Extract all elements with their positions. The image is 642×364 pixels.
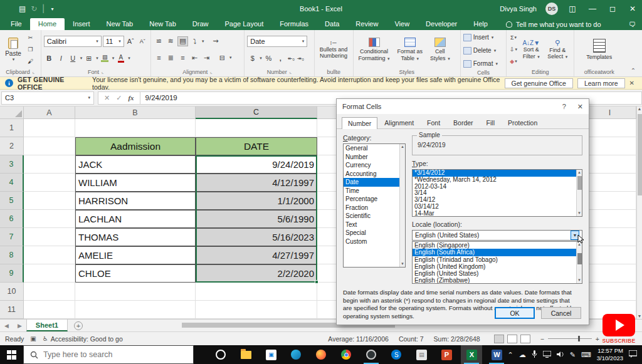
macro-record-icon[interactable]: ▣	[30, 335, 36, 342]
font-color-icon[interactable]: A	[115, 53, 126, 63]
zoom-slider[interactable]: −+	[540, 335, 599, 343]
dialog-tab-alignment[interactable]: Alignment	[378, 117, 420, 128]
locale-select[interactable]: English (United States) ▼	[412, 230, 582, 241]
cell-B6[interactable]: LACHLAN	[75, 210, 196, 228]
col-header-A[interactable]: A	[24, 107, 75, 119]
decrease-indent-icon[interactable]: ⇤	[189, 53, 200, 63]
delete-cells-button[interactable]: Delete▾	[463, 45, 504, 56]
grow-font-icon[interactable]: Aˆ	[125, 36, 136, 46]
locale-option[interactable]: English (Singapore)	[413, 242, 576, 249]
close-button[interactable]: ✕	[627, 4, 638, 13]
category-item[interactable]: Time	[344, 187, 399, 195]
cell-A10[interactable]	[24, 283, 75, 301]
cell-I4[interactable]	[584, 174, 636, 192]
find-select-button[interactable]: ⚲ Find &Select ▾	[545, 32, 570, 67]
locale-option[interactable]: English (Zimbabwe)	[413, 277, 576, 284]
cell-C11[interactable]	[196, 301, 317, 319]
increase-decimal-icon[interactable]: ↞₀	[287, 53, 295, 63]
collapse-ribbon-icon[interactable]: ⌃	[624, 67, 642, 76]
category-item[interactable]: Currency	[344, 161, 399, 170]
sheet-nav-left-icon[interactable]: ◀	[0, 323, 13, 329]
maximize-button[interactable]: ◻	[607, 4, 618, 13]
category-item[interactable]: Date	[344, 178, 399, 187]
cancel-entry-icon[interactable]: ✕	[104, 94, 110, 102]
cell-A7[interactable]	[24, 228, 75, 246]
onedrive-icon[interactable]: ☁	[519, 351, 526, 359]
locale-option[interactable]: English (South Africa)	[413, 249, 576, 256]
redo-icon[interactable]: ↻	[31, 4, 37, 13]
cell-A9[interactable]	[24, 264, 75, 283]
font-name-select[interactable]: Calibri▾	[44, 36, 102, 47]
notepad-icon[interactable]: ▤	[411, 345, 432, 364]
ribbon-tab-insert[interactable]: Insert	[65, 18, 98, 30]
align-left-icon[interactable]: ≡	[154, 53, 164, 63]
taskbar-search[interactable]	[23, 345, 194, 364]
align-center-icon[interactable]: ≣	[166, 53, 176, 63]
speaker-icon[interactable]	[557, 351, 564, 359]
format-painter-icon[interactable]: 🖌	[26, 56, 34, 66]
cell-I10[interactable]	[584, 283, 636, 301]
dialog-tab-font[interactable]: Font	[421, 117, 446, 128]
cell-C3[interactable]: 9/24/2019	[196, 155, 317, 174]
row-header-3[interactable]: 3	[0, 155, 24, 174]
learn-more-button[interactable]: Learn more	[577, 78, 625, 88]
format-cells-button[interactable]: Format▾	[463, 58, 504, 69]
cell-A8[interactable]	[24, 246, 75, 264]
qat-customize-icon[interactable]: ▾	[51, 6, 53, 12]
cell-B7[interactable]: THOMAS	[75, 228, 196, 246]
bold-button[interactable]: B	[44, 53, 55, 63]
page-layout-view-icon[interactable]	[507, 335, 517, 343]
type-item[interactable]: 3/14	[413, 190, 576, 197]
file-explorer-icon[interactable]	[235, 345, 256, 364]
excel-icon[interactable]: X	[461, 345, 482, 364]
category-item[interactable]: Text	[344, 221, 399, 229]
locale-option[interactable]: English (Trinidad and Tobago)	[413, 256, 576, 263]
autosum-icon[interactable]: Σ ▾	[509, 33, 517, 43]
cell-B11[interactable]	[75, 301, 196, 319]
category-item[interactable]: Percentage	[344, 195, 399, 204]
row-header-7[interactable]: 7	[0, 228, 24, 246]
clear-icon[interactable]: ◆ ▾	[509, 56, 517, 66]
clock[interactable]: 12:57 PM3/10/2023	[597, 347, 623, 362]
ribbon-tab-page-layout[interactable]: Page Layout	[216, 18, 271, 30]
italic-button[interactable]: I	[56, 53, 66, 63]
cell-I8[interactable]	[584, 246, 636, 264]
row-header-10[interactable]: 10	[0, 283, 24, 301]
cell-C2[interactable]: DATE	[196, 137, 317, 155]
accessibility-status[interactable]: ♿Accessibility: Good to go	[43, 335, 123, 343]
firefox-icon[interactable]	[310, 345, 332, 364]
category-item[interactable]: Custom	[344, 237, 399, 246]
cell-A11[interactable]	[24, 301, 75, 319]
cell-A1[interactable]	[24, 119, 75, 137]
comma-icon[interactable]: ,	[275, 53, 286, 63]
display-icon[interactable]	[543, 351, 551, 359]
dialog-titlebar[interactable]: Format Cells ? ✕	[337, 99, 589, 114]
category-item[interactable]: Special	[344, 229, 399, 237]
type-item[interactable]: *Wednesday, March 14, 2012	[413, 177, 576, 184]
locale-option[interactable]: English (United States)	[413, 270, 576, 277]
ribbon-tab-review[interactable]: Review	[347, 18, 386, 30]
category-scrollbar[interactable]: ▲▼	[399, 144, 405, 267]
powerpoint-icon[interactable]: P	[436, 345, 457, 364]
search-input[interactable]	[43, 350, 181, 359]
insert-function-icon[interactable]: fx	[128, 94, 134, 101]
cell-C6[interactable]: 5/6/1990	[196, 210, 317, 228]
cell-C9[interactable]: 2/2/2020	[196, 264, 317, 283]
row-header-1[interactable]: 1	[0, 119, 24, 137]
alignment-dialog-launcher[interactable]: ⌞	[210, 69, 213, 75]
dialog-close-icon[interactable]: ✕	[577, 103, 583, 111]
cell-C8[interactable]: 4/27/1997	[196, 246, 317, 264]
conditional-formatting-button[interactable]: ConditionalFormatting ▾	[356, 32, 392, 67]
ribbon-tab-draw[interactable]: Draw	[184, 18, 217, 30]
category-item[interactable]: Scientific	[344, 212, 399, 221]
paste-button[interactable]: Paste▾	[3, 32, 24, 67]
name-box[interactable]: C3▾	[1, 91, 94, 105]
copy-icon[interactable]: ❐	[26, 44, 34, 55]
underline-button[interactable]: U	[68, 53, 78, 63]
cell-B3[interactable]: JACK	[75, 155, 196, 174]
category-list[interactable]: GeneralNumberCurrencyAccountingDateTimeP…	[343, 143, 406, 268]
col-header-I[interactable]: I	[584, 107, 636, 119]
user-name[interactable]: Divya Singh	[500, 5, 537, 13]
cut-icon[interactable]: ✂	[26, 33, 34, 43]
dialog-tab-border[interactable]: Border	[447, 117, 480, 128]
